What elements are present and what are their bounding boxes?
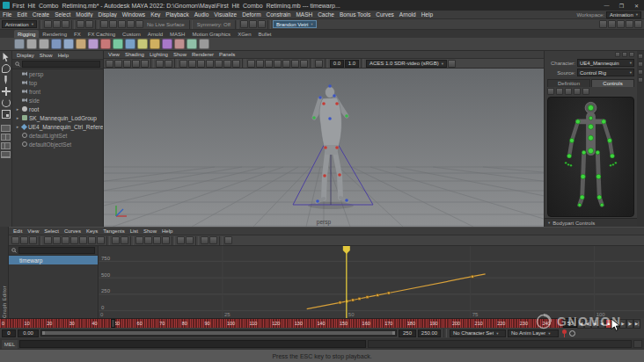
toggle-channel-box-icon[interactable] xyxy=(634,20,642,28)
graph-editor-menu-view[interactable]: View xyxy=(26,228,40,234)
hik-body-part-mode[interactable] xyxy=(556,88,563,95)
lattice-deformer-shelf-icon[interactable] xyxy=(125,39,135,49)
playhead-flag[interactable] xyxy=(343,246,350,254)
gamma-field[interactable]: 1.0 xyxy=(345,60,359,68)
undo-icon[interactable] xyxy=(77,20,84,28)
workspace-selector[interactable]: Animation ▾ xyxy=(606,11,641,18)
cluster-deformer-shelf-icon[interactable] xyxy=(113,39,123,49)
lattice-deform-keys-icon[interactable] xyxy=(29,236,37,244)
curve-key[interactable] xyxy=(339,301,341,304)
hik-effector-dot[interactable] xyxy=(567,154,572,158)
viewport-menu-lighting[interactable]: Lighting xyxy=(148,52,170,57)
menu-key[interactable]: Key xyxy=(148,11,163,18)
film-gate-icon[interactable] xyxy=(188,60,196,68)
script-editor-icon[interactable] xyxy=(633,340,642,348)
post-infinity-cycle-icon[interactable] xyxy=(209,236,217,244)
plateau-tangents-icon[interactable] xyxy=(88,236,96,244)
menu-mash[interactable]: MASH xyxy=(293,11,315,18)
hik-effector-dot[interactable] xyxy=(612,163,614,165)
viewport-canvas[interactable]: persp xyxy=(104,69,544,227)
snap-to-point-icon[interactable] xyxy=(118,20,126,28)
graph-editor-tab[interactable]: Graph Editor xyxy=(0,227,9,318)
paint-weights-shelf-icon[interactable] xyxy=(88,39,99,49)
viewport-menu-shading[interactable]: Shading xyxy=(123,52,146,57)
time-snap-icon[interactable] xyxy=(177,236,185,244)
free-tangent-weight-icon[interactable] xyxy=(153,236,161,244)
grease-pencil-icon[interactable] xyxy=(165,60,172,68)
ipr-render-icon[interactable] xyxy=(249,20,257,28)
playback-end-field[interactable]: 250 xyxy=(399,329,416,337)
image-plane-icon[interactable] xyxy=(141,60,149,68)
default-in-tangent-icon[interactable] xyxy=(112,236,120,244)
outliner-menu-help[interactable]: Help xyxy=(56,53,70,58)
outliner-item-ue4-mannequin-ctrl-reference[interactable]: ▸UE4_Mannequin_Ctrl_Reference xyxy=(12,122,103,131)
curve-key[interactable] xyxy=(366,296,369,299)
sidebar-toggle-channel-box[interactable] xyxy=(638,54,643,59)
current-time-field[interactable]: 50 xyxy=(563,318,577,328)
view-transform-dropdown[interactable]: ACES 1.0 SDR-video (sRGB)▾ xyxy=(366,60,447,68)
menu-playback[interactable]: Playback xyxy=(163,11,191,18)
screen-space-ao-icon[interactable] xyxy=(291,60,299,68)
hik-effector-dot[interactable] xyxy=(580,195,584,199)
go-to-playback-end-button[interactable]: ▶| xyxy=(633,319,640,329)
outliner-item-front[interactable]: front xyxy=(12,87,103,96)
time-slider[interactable]: 0102030405060708090100110120130140150160… xyxy=(0,318,563,328)
hik-effector-dot[interactable] xyxy=(597,195,602,199)
menu-set-selector[interactable]: Animation▾ xyxy=(2,20,37,28)
range-slider[interactable] xyxy=(40,329,397,337)
snap-to-view-plane-icon[interactable] xyxy=(127,20,135,28)
cube-primitive-shelf-icon[interactable] xyxy=(39,39,49,49)
character-set-selector[interactable]: No Character Set ▾ xyxy=(450,329,506,337)
step-back-one-frame-button[interactable]: ◀ xyxy=(591,319,598,329)
safe-title-icon[interactable] xyxy=(232,60,240,68)
graph-editor-menu-help[interactable]: Help xyxy=(160,228,174,234)
toolbox-layout-four-pane[interactable] xyxy=(1,134,11,141)
graph-editor-menu-keys[interactable]: Keys xyxy=(84,228,99,234)
control-curve-shelf-icon[interactable] xyxy=(150,39,160,49)
hik-selection-mode[interactable] xyxy=(565,88,572,95)
sidebar-toggle-tool-settings[interactable] xyxy=(638,69,643,75)
gate-mask-icon[interactable] xyxy=(206,60,214,68)
menu-windows[interactable]: Windows xyxy=(120,11,148,18)
toggle-humanik-icon[interactable] xyxy=(608,20,616,28)
shelf-tab-rigging[interactable]: Rigging xyxy=(14,30,39,38)
resolution-gate-icon[interactable] xyxy=(197,60,205,68)
hik-effector-dot[interactable] xyxy=(607,138,611,142)
menu-create[interactable]: Create xyxy=(30,11,53,18)
toolbox-paint-select-tool[interactable] xyxy=(2,76,11,84)
expand-icon[interactable]: ▸ xyxy=(15,106,20,112)
hik-effector-dot[interactable] xyxy=(589,124,594,129)
step-tangents-icon[interactable] xyxy=(79,236,87,244)
hik-effector-dot[interactable] xyxy=(588,148,593,154)
shelf-tab-fx-caching[interactable]: FX Caching xyxy=(84,30,119,38)
toolbox-select-tool[interactable] xyxy=(2,53,11,62)
grid-display-icon[interactable] xyxy=(179,60,187,68)
outliner-item-side[interactable]: side xyxy=(12,96,103,105)
outliner-item-defaultlightset[interactable]: defaultLightSet xyxy=(12,131,103,140)
outliner-search-input[interactable] xyxy=(22,61,100,68)
toolbox-lasso-tool[interactable] xyxy=(2,64,11,73)
ghosting-shelf-icon[interactable] xyxy=(199,39,209,49)
graph-editor-curve-view[interactable]: 02505007500255075100 xyxy=(99,246,644,318)
make-live-icon[interactable] xyxy=(135,20,143,28)
hik-effector-dot[interactable] xyxy=(596,150,600,155)
hik-full-body-mode[interactable] xyxy=(547,88,554,95)
ik-handle-tool-shelf-icon[interactable] xyxy=(63,39,74,49)
graph-editor-menu-tangents[interactable]: Tangents xyxy=(101,228,126,234)
close-button[interactable]: ✕ xyxy=(629,0,644,11)
playback-start-field[interactable]: 0.00 xyxy=(18,329,39,337)
clamped-tangents-icon[interactable] xyxy=(53,236,61,244)
hik-aux-pivot[interactable] xyxy=(582,88,589,95)
textured-mode-icon[interactable] xyxy=(265,60,273,68)
graph-editor-search-input[interactable] xyxy=(18,247,95,254)
curve-key[interactable] xyxy=(352,299,355,301)
hik-effector-dot[interactable] xyxy=(596,174,601,178)
hik-effector-dot[interactable] xyxy=(589,116,592,119)
safe-action-icon[interactable] xyxy=(223,60,231,68)
outliner-item-root[interactable]: ▸root xyxy=(12,105,103,113)
render-settings-icon[interactable] xyxy=(258,20,266,28)
tab-definition[interactable]: Definition xyxy=(547,79,590,87)
hik-effector-dot[interactable] xyxy=(569,138,574,142)
animation-curve[interactable] xyxy=(307,274,486,309)
go-to-playback-start-button[interactable]: |◀ xyxy=(577,319,584,329)
